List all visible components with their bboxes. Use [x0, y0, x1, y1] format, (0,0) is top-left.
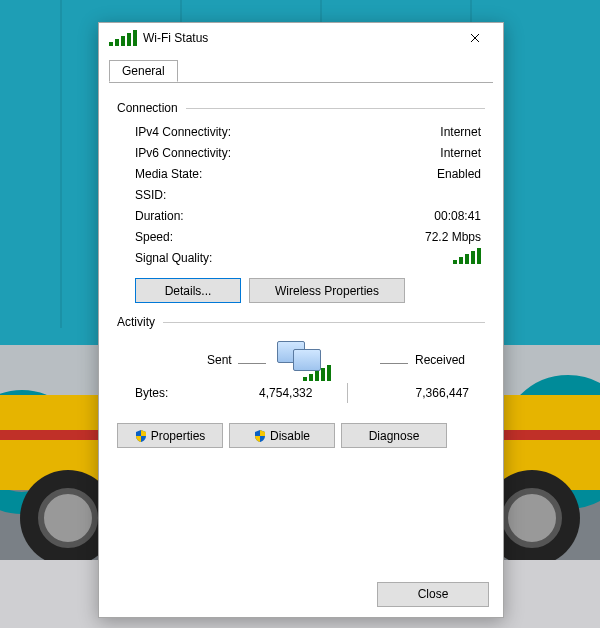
row-bytes: Bytes: 4,754,332 7,366,447	[117, 383, 485, 403]
bytes-received: 7,366,447	[348, 386, 486, 400]
bytes-label: Bytes:	[117, 386, 225, 400]
activity-header: Sent Received	[117, 335, 485, 383]
signal-bars-icon	[453, 248, 481, 264]
speed-value: 72.2 Mbps	[425, 230, 485, 244]
close-icon	[470, 33, 480, 43]
group-activity: Activity	[117, 315, 485, 329]
received-label: Received	[380, 353, 465, 367]
row-ssid: SSID:	[117, 184, 485, 205]
media-value: Enabled	[437, 167, 485, 181]
details-button[interactable]: Details...	[135, 278, 241, 303]
media-label: Media State:	[117, 167, 202, 181]
disable-button[interactable]: Disable	[229, 423, 335, 448]
activity-buttons: Properties Disable Diagnose	[117, 423, 485, 448]
wireless-properties-button[interactable]: Wireless Properties	[249, 278, 405, 303]
speed-label: Speed:	[117, 230, 173, 244]
tab-strip: General	[99, 53, 503, 83]
titlebar[interactable]: Wi-Fi Status	[99, 23, 503, 53]
row-media: Media State: Enabled	[117, 163, 485, 184]
uac-shield-icon	[135, 430, 147, 442]
duration-label: Duration:	[117, 209, 184, 223]
duration-value: 00:08:41	[434, 209, 485, 223]
signal-value	[453, 248, 485, 267]
group-activity-label: Activity	[117, 315, 155, 329]
properties-button[interactable]: Properties	[117, 423, 223, 448]
activity-section: Sent Received Bytes: 4,754,332	[117, 335, 485, 403]
window-title: Wi-Fi Status	[109, 30, 453, 46]
close-dialog-button[interactable]: Close	[377, 582, 489, 607]
signal-label: Signal Quality:	[117, 251, 212, 265]
ssid-label: SSID:	[117, 188, 166, 202]
row-speed: Speed: 72.2 Mbps	[117, 226, 485, 247]
uac-shield-icon	[254, 430, 266, 442]
activity-signal-icon	[303, 365, 331, 381]
bg-line	[60, 0, 62, 328]
row-ipv4: IPv4 Connectivity: Internet	[117, 121, 485, 142]
row-ipv6: IPv6 Connectivity: Internet	[117, 142, 485, 163]
tab-general[interactable]: General	[109, 60, 178, 82]
properties-button-label: Properties	[151, 429, 206, 443]
sent-label: Sent	[207, 353, 266, 367]
wifi-signal-icon	[109, 30, 137, 46]
ipv6-label: IPv6 Connectivity:	[117, 146, 231, 160]
wifi-status-dialog: Wi-Fi Status General Connection IPv4 Con…	[98, 22, 504, 618]
desktop-background: Wi-Fi Status General Connection IPv4 Con…	[0, 0, 600, 628]
bytes-sent: 4,754,332	[225, 386, 347, 400]
received-label-text: Received	[415, 353, 465, 367]
group-connection-label: Connection	[117, 101, 178, 115]
ipv4-value: Internet	[440, 125, 485, 139]
ipv6-value: Internet	[440, 146, 485, 160]
row-duration: Duration: 00:08:41	[117, 205, 485, 226]
ipv4-label: IPv4 Connectivity:	[117, 125, 231, 139]
disable-button-label: Disable	[270, 429, 310, 443]
dialog-footer: Close	[99, 571, 503, 617]
activity-icon	[275, 339, 327, 379]
dialog-body: Connection IPv4 Connectivity: Internet I…	[99, 83, 503, 571]
close-button[interactable]	[453, 24, 497, 52]
group-connection: Connection	[117, 101, 485, 115]
window-title-text: Wi-Fi Status	[143, 31, 208, 45]
row-signal: Signal Quality:	[117, 247, 485, 268]
connection-buttons: Details... Wireless Properties	[135, 278, 485, 303]
diagnose-button[interactable]: Diagnose	[341, 423, 447, 448]
sent-label-text: Sent	[207, 353, 232, 367]
